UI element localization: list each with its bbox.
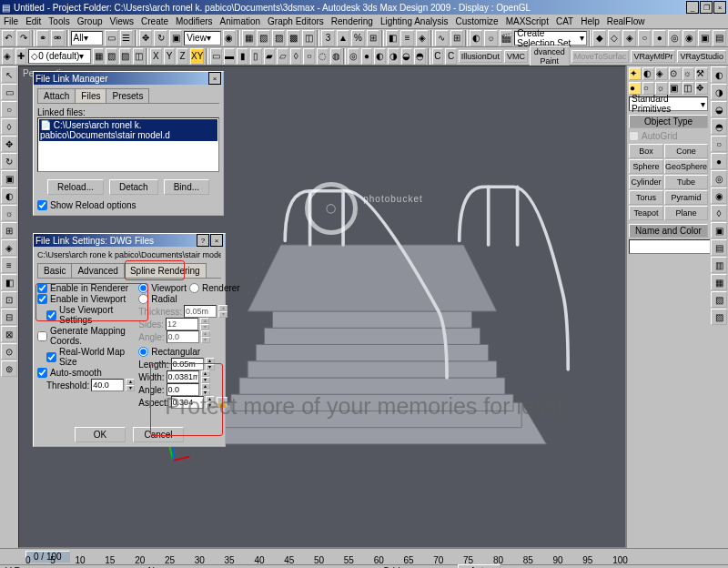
fls-cancel[interactable]: Cancel — [133, 427, 184, 442]
select-button[interactable]: ▭ — [105, 30, 117, 46]
axis-x[interactable]: X — [150, 48, 162, 65]
lt-7[interactable]: ▣ — [1, 170, 17, 187]
rt-2[interactable]: ◑ — [711, 84, 727, 100]
rt-6[interactable]: ● — [711, 153, 727, 169]
btn-cylinder[interactable]: Cylinder — [629, 175, 663, 189]
rt-8[interactable]: ◉ — [711, 188, 727, 204]
lt-2[interactable]: ▭ — [1, 84, 17, 100]
spinnersnap-button[interactable]: ⊞ — [367, 30, 379, 46]
plugin-btn-2[interactable]: VMC — [504, 50, 528, 63]
undo-button[interactable]: ↶ — [2, 30, 15, 46]
tb-ex8[interactable]: ▣ — [698, 30, 711, 46]
menu-modifiers[interactable]: Modifiers — [176, 16, 213, 26]
tb-ex3[interactable]: ◈ — [622, 30, 635, 46]
sub-shape[interactable]: ○ — [642, 82, 655, 95]
axis-y[interactable]: Y — [164, 48, 176, 65]
rollout-object-type[interactable]: Object Type — [629, 115, 708, 128]
lt-13[interactable]: ◧ — [1, 274, 17, 290]
lt-15[interactable]: ⊟ — [1, 309, 17, 325]
tb-misc1[interactable]: ▦ — [242, 30, 255, 46]
lt-6[interactable]: ↻ — [1, 153, 17, 169]
menu-grapheditors[interactable]: Graph Editors — [268, 16, 324, 26]
lt-3[interactable]: ○ — [1, 101, 17, 117]
curve-editor-button[interactable]: ∿ — [435, 30, 448, 46]
tb-ex5[interactable]: ● — [652, 30, 665, 46]
schematic-button[interactable]: ⊞ — [450, 30, 463, 46]
plugin-btn-1[interactable]: IllusionDut — [459, 50, 502, 63]
btn-tube[interactable]: Tube — [664, 175, 708, 189]
tb-misc4[interactable]: ▩ — [287, 30, 299, 46]
fls-rect-asp[interactable] — [171, 396, 204, 409]
fls-chk-usevp[interactable] — [46, 310, 56, 320]
layers-button[interactable]: ◈ — [416, 30, 429, 46]
menu-tools[interactable]: Tools — [48, 16, 69, 26]
sub-geom[interactable]: ● — [629, 82, 642, 95]
rt-9[interactable]: ◊ — [711, 205, 727, 221]
unlink-button[interactable]: ⚮ — [51, 30, 64, 46]
sp-d3[interactable]: ▾ — [201, 390, 210, 396]
flm-tab-attach[interactable]: Attach — [37, 88, 76, 103]
create-selection-set[interactable]: Create Selection Set▾ — [514, 31, 586, 46]
axis-z[interactable]: Z — [177, 48, 188, 65]
tb-ex1[interactable]: ◆ — [592, 30, 605, 46]
fls-rect-len[interactable] — [171, 358, 204, 370]
close-button[interactable]: × — [713, 1, 726, 14]
sp-up[interactable]: ▴ — [126, 379, 135, 385]
fls-chk-viewport[interactable] — [37, 294, 47, 304]
plugin-btn-3[interactable]: dvanced Paint — [530, 46, 570, 67]
fls-rect-ang[interactable] — [167, 383, 199, 396]
dlg-flm-close[interactable]: × — [208, 72, 221, 85]
layer-b1[interactable]: ▦ — [93, 48, 105, 65]
cmdtab-modify[interactable]: ◐ — [642, 67, 655, 80]
fls-tab-advanced[interactable]: Advanced — [71, 263, 124, 278]
flm-tab-presets[interactable]: Presets — [106, 88, 149, 103]
tb-ex9[interactable]: ▤ — [713, 30, 725, 46]
cmdtab-motion[interactable]: ⊙ — [669, 67, 682, 80]
fls-rect-wid[interactable] — [167, 370, 199, 383]
t2-a[interactable]: ▭ — [210, 48, 222, 65]
tb-ex6[interactable]: ◎ — [668, 30, 681, 46]
menu-create[interactable]: Create — [141, 16, 168, 26]
rt-5[interactable]: ○ — [711, 136, 727, 152]
t2-b[interactable]: ▬ — [224, 48, 236, 65]
t2-j[interactable]: ◍ — [330, 48, 342, 65]
fls-radio-radial[interactable] — [138, 294, 148, 304]
category-combo[interactable]: Standard Primitives▾ — [629, 96, 708, 111]
fls-chk-real[interactable] — [46, 352, 56, 362]
t2-h[interactable]: ○ — [303, 48, 315, 65]
lt-10[interactable]: ⊞ — [1, 222, 17, 238]
fls-radio-ren[interactable] — [189, 283, 199, 293]
lt-16[interactable]: ⊠ — [1, 326, 17, 342]
rt-14[interactable]: ▧ — [711, 291, 727, 308]
t2-d[interactable]: ▯ — [250, 48, 262, 65]
rt-13[interactable]: ▦ — [711, 274, 727, 290]
menu-help[interactable]: Help — [581, 16, 600, 26]
cmdtab-display[interactable]: ☼ — [682, 67, 695, 80]
fls-tab-basic[interactable]: Basic — [37, 263, 72, 278]
pctsnap-button[interactable]: % — [351, 30, 364, 46]
t2-c[interactable]: ▮ — [237, 48, 248, 65]
scale-button[interactable]: ▣ — [169, 30, 182, 46]
timeline[interactable]: 0 / 100 05101520253035404550556065707580… — [0, 548, 728, 564]
flm-bind[interactable]: Bind... — [164, 179, 209, 195]
select-name-button[interactable]: ☰ — [120, 30, 133, 46]
t2-f[interactable]: ▱ — [277, 48, 288, 65]
sp-d[interactable]: ▾ — [206, 364, 215, 370]
menu-animation[interactable]: Animation — [220, 16, 260, 26]
fls-chk-renderer[interactable] — [37, 283, 47, 293]
render-button[interactable]: 🎬 — [500, 30, 512, 46]
t2-m[interactable]: ◐ — [374, 48, 386, 65]
t2-g[interactable]: ◊ — [290, 48, 302, 65]
btn-teapot[interactable]: Teapot — [629, 206, 663, 220]
sub-cam[interactable]: ▣ — [669, 82, 682, 95]
sub-space[interactable]: ✥ — [695, 82, 708, 95]
menu-file[interactable]: File — [4, 16, 18, 26]
flm-file-item[interactable]: 📄 C:\Users\arch ronel k. pabico\Document… — [39, 119, 217, 141]
layer-b4[interactable]: ◫ — [133, 48, 145, 65]
render-setup-button[interactable]: ☼ — [484, 30, 497, 46]
rt-7[interactable]: ◎ — [711, 170, 727, 187]
sub-light[interactable]: ☼ — [655, 82, 668, 95]
rt-4[interactable]: ◓ — [711, 118, 727, 135]
t2-e[interactable]: ▰ — [264, 48, 276, 65]
flm-tab-files[interactable]: Files — [75, 88, 106, 103]
